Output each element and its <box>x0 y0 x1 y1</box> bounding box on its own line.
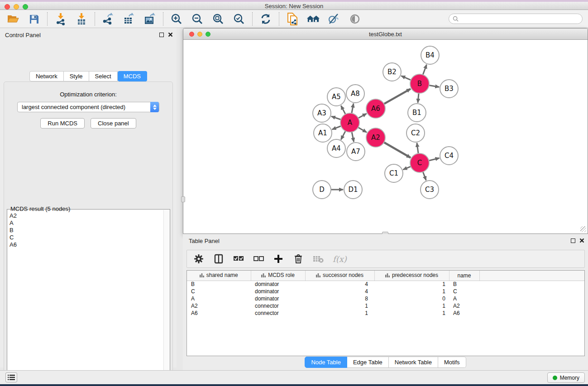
graph-edge[interactable] <box>358 128 367 133</box>
col-predecessor-nodes[interactable]: predecessor nodes <box>374 271 449 281</box>
hide-glasses-icon[interactable] <box>327 12 341 26</box>
graph-node-A3[interactable]: A3 <box>313 104 331 122</box>
add-column-icon[interactable] <box>273 253 284 264</box>
graph-edge[interactable] <box>423 172 426 181</box>
resize-grip[interactable] <box>580 226 586 232</box>
tab-edge-table[interactable]: Edge Table <box>347 357 389 368</box>
col-name[interactable]: name <box>449 271 479 281</box>
float-table-panel-icon[interactable] <box>571 238 575 243</box>
graph-node-A4[interactable]: A4 <box>327 139 345 157</box>
graph-node-A8[interactable]: A8 <box>346 85 364 103</box>
graph-edge[interactable] <box>418 93 419 103</box>
task-history-button[interactable] <box>5 372 17 382</box>
graph-edge[interactable] <box>429 158 439 161</box>
col-mcds-role[interactable]: MCDS role <box>251 271 305 281</box>
zoom-out-icon[interactable] <box>191 12 204 26</box>
tab-network[interactable]: Network <box>29 71 64 81</box>
show-eye-icon[interactable] <box>348 12 362 26</box>
graph-edge[interactable] <box>332 126 341 130</box>
table-row[interactable]: Bdominator41B <box>187 281 584 288</box>
graph-edge[interactable] <box>429 86 440 87</box>
graph-edge[interactable] <box>352 132 354 142</box>
open-session-icon[interactable] <box>6 12 20 26</box>
refresh-icon[interactable] <box>259 12 272 26</box>
graph-node-C3[interactable]: C3 <box>421 181 439 199</box>
trash-icon[interactable] <box>293 253 304 264</box>
tab-mcds[interactable]: MCDS <box>118 71 147 81</box>
tab-style[interactable]: Style <box>64 71 89 81</box>
graph-node-A5[interactable]: A5 <box>327 88 345 106</box>
import-table-icon[interactable] <box>75 12 88 26</box>
graph-edge[interactable] <box>358 114 366 118</box>
graph-edge[interactable] <box>352 104 354 114</box>
col-shared-name[interactable]: shared name <box>187 271 251 281</box>
zoom-fit-icon[interactable] <box>211 12 225 26</box>
graph-node-B3[interactable]: B3 <box>440 80 458 98</box>
export-network-icon[interactable] <box>101 12 115 26</box>
network-canvas[interactable]: B4B2BB3A8A5A6A3B1AA1C2A2A4A7C4CC1DD1C3 <box>184 40 587 233</box>
graph-node-A2[interactable]: A2 <box>366 128 385 147</box>
tab-network-table[interactable]: Network Table <box>389 357 438 368</box>
graph-edge[interactable] <box>417 143 418 153</box>
split-columns-icon[interactable] <box>213 253 224 264</box>
table-row[interactable]: Adominator80A <box>187 295 584 302</box>
export-image-icon[interactable] <box>143 12 157 26</box>
memory-button[interactable]: Memory <box>547 372 585 383</box>
delete-table-icon[interactable] <box>313 253 324 264</box>
result-item[interactable]: A <box>8 219 163 227</box>
search-box[interactable] <box>449 14 583 24</box>
import-network-icon[interactable] <box>54 12 67 26</box>
run-mcds-button[interactable]: Run MCDS <box>40 118 85 129</box>
zoom-in-icon[interactable] <box>170 12 183 26</box>
graph-node-A[interactable]: A <box>340 113 359 132</box>
graph-edge[interactable] <box>384 89 411 104</box>
close-panel-icon[interactable] <box>168 32 173 37</box>
graph-node-C1[interactable]: C1 <box>385 164 403 182</box>
clone-network-icon[interactable] <box>286 12 299 26</box>
gear-icon[interactable] <box>193 253 204 264</box>
search-input[interactable] <box>461 16 578 22</box>
graph-node-B4[interactable]: B4 <box>421 46 439 64</box>
table-row[interactable]: Cdominator41C <box>187 288 584 295</box>
graph-edge[interactable] <box>423 65 426 75</box>
home-icon[interactable] <box>306 12 320 26</box>
col-successor-nodes[interactable]: successor nodes <box>305 271 374 281</box>
graph-edge[interactable] <box>403 167 411 170</box>
graph-edge[interactable] <box>341 105 345 114</box>
graph-node-A6[interactable]: A6 <box>366 99 385 118</box>
close-table-panel-icon[interactable] <box>579 238 584 243</box>
zoom-selected-icon[interactable] <box>232 12 246 26</box>
graph-node-B2[interactable]: B2 <box>383 63 401 81</box>
graph-node-C2[interactable]: C2 <box>406 124 425 142</box>
graph-node-C[interactable]: C <box>410 153 429 172</box>
graph-edge[interactable] <box>401 76 411 80</box>
graph-node-B[interactable]: B <box>410 74 429 93</box>
graph-node-C4[interactable]: C4 <box>440 147 458 165</box>
deselect-all-icon[interactable] <box>253 253 264 264</box>
result-scrollbar[interactable] <box>163 210 169 386</box>
vertical-scroll-nub[interactable] <box>181 196 185 202</box>
graph-node-D1[interactable]: D1 <box>344 181 362 199</box>
export-table-icon[interactable] <box>122 12 136 26</box>
table-header-row[interactable]: shared name MCDS role successor nodes pr… <box>187 271 584 281</box>
graph-node-A7[interactable]: A7 <box>347 143 365 161</box>
table-row[interactable]: A6connector11A6 <box>187 310 584 317</box>
criterion-dropdown[interactable]: largest connected component (directed) <box>17 102 159 112</box>
result-item[interactable]: C <box>8 234 163 241</box>
tab-node-table[interactable]: Node Table <box>305 357 347 368</box>
network-window-titlebar[interactable]: testGlobe.txt <box>183 29 588 40</box>
save-session-icon[interactable] <box>27 12 41 26</box>
result-item[interactable]: B <box>8 227 163 234</box>
close-panel-button[interactable]: Close panel <box>91 118 136 129</box>
select-all-icon[interactable] <box>233 253 244 264</box>
graph-edge[interactable] <box>341 131 345 140</box>
function-icon[interactable]: f(x) <box>333 254 347 264</box>
graph-edge[interactable] <box>384 142 411 157</box>
graph-node-B1[interactable]: B1 <box>408 104 426 122</box>
graph-node-D[interactable]: D <box>313 181 331 199</box>
float-panel-icon[interactable] <box>159 33 164 37</box>
graph-node-A1[interactable]: A1 <box>314 124 332 142</box>
tab-select[interactable]: Select <box>89 71 118 81</box>
tab-motifs[interactable]: Motifs <box>438 357 466 368</box>
result-item[interactable]: A6 <box>8 241 163 248</box>
